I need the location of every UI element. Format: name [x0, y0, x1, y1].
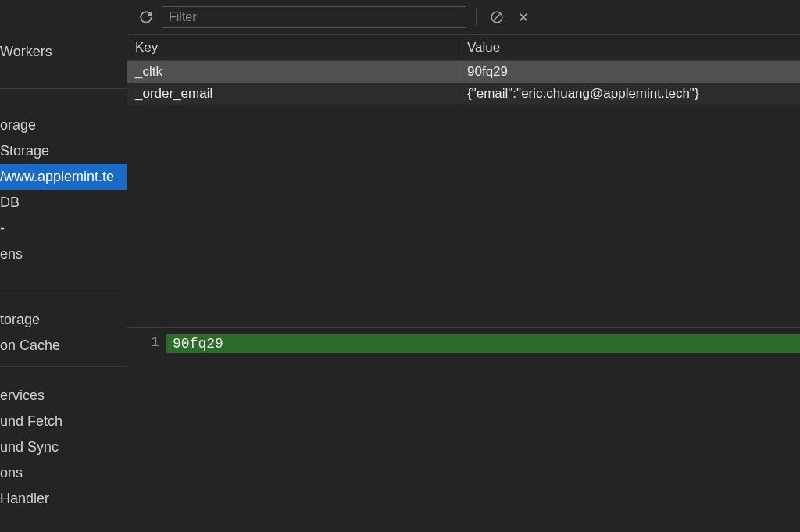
sidebar-item-bg-0[interactable]: ervices — [0, 383, 127, 409]
sidebar-item-bg-1[interactable]: und Fetch — [0, 409, 127, 434]
close-icon[interactable] — [512, 6, 534, 28]
sidebar-item-cache-0[interactable]: torage — [0, 307, 127, 333]
sidebar-item-storage-4[interactable]: - — [0, 216, 127, 241]
filter-input[interactable] — [162, 6, 466, 28]
sidebar-item-storage-selected[interactable]: /www.applemint.te — [0, 164, 127, 190]
sidebar-item-storage-0[interactable]: orage — [0, 112, 127, 138]
clear-icon[interactable] — [486, 6, 508, 28]
sidebar-item-storage-5[interactable]: ens — [0, 241, 127, 267]
main-panel: Key Value _cltk 90fq29 _order_email {"em… — [127, 0, 800, 532]
sidebar: Workers orage Storage /www.applemint.te … — [0, 0, 127, 532]
sidebar-section-storage: orage Storage /www.applemint.te DB - ens — [0, 89, 127, 291]
column-header-value[interactable]: Value — [459, 35, 800, 60]
table-row[interactable]: _cltk 90fq29 — [127, 61, 800, 83]
sidebar-item-storage-1[interactable]: Storage — [0, 138, 127, 164]
cell-key: _order_email — [127, 83, 459, 105]
toolbar — [127, 0, 800, 35]
cell-value: {"email":"eric.chuang@applemint.tech"} — [459, 83, 800, 105]
detail-value: 90fq29 — [166, 334, 800, 353]
table-row[interactable]: _order_email {"email":"eric.chuang@apple… — [127, 83, 800, 105]
detail-content[interactable]: 90fq29 — [166, 328, 800, 532]
sidebar-section-cache: torage on Cache — [0, 291, 127, 367]
sidebar-item-storage-3[interactable]: DB — [0, 190, 127, 216]
column-header-key[interactable]: Key — [127, 35, 459, 60]
toolbar-separator — [476, 9, 477, 26]
detail-pane: 1 90fq29 — [127, 328, 800, 532]
sidebar-item-workers[interactable]: Workers — [0, 39, 127, 65]
storage-table: Key Value _cltk 90fq29 _order_email {"em… — [127, 35, 800, 328]
table-header: Key Value — [127, 35, 800, 61]
sidebar-section-background: ervices und Fetch und Sync ons Handler — [0, 367, 127, 512]
svg-line-1 — [494, 14, 501, 21]
sidebar-section-workers: Workers — [0, 0, 127, 89]
cell-value: 90fq29 — [459, 61, 800, 83]
refresh-icon[interactable] — [135, 6, 157, 28]
sidebar-item-bg-3[interactable]: ons — [0, 460, 127, 486]
cell-key: _cltk — [127, 61, 459, 83]
sidebar-item-cache-1[interactable]: on Cache — [0, 333, 127, 359]
table-body: _cltk 90fq29 _order_email {"email":"eric… — [127, 61, 800, 327]
sidebar-item-bg-2[interactable]: und Sync — [0, 434, 127, 460]
sidebar-item-bg-4[interactable]: Handler — [0, 486, 127, 512]
detail-line-number: 1 — [127, 328, 166, 532]
